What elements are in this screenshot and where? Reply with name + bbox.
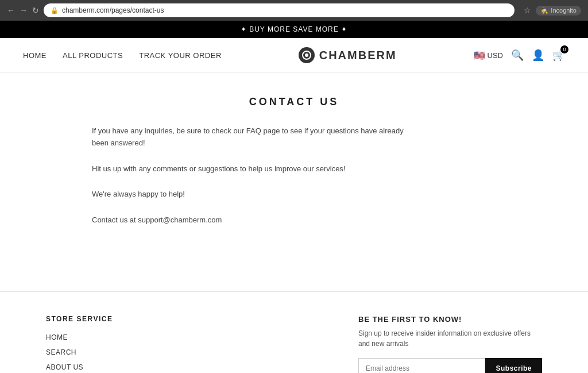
svg-point-1 bbox=[305, 53, 308, 57]
footer-link-home-anchor[interactable]: HOME bbox=[46, 333, 68, 341]
contact-paragraph-4: Contact us at support@chamberm.com bbox=[92, 214, 413, 226]
footer-newsletter: BE THE FIRST TO KNOW! Sign up to receive… bbox=[358, 315, 542, 373]
flag-icon: 🇺🇸 bbox=[474, 50, 485, 61]
newsletter-description: Sign up to receive insider information o… bbox=[358, 328, 542, 349]
cart-count: 0 bbox=[560, 45, 568, 53]
currency-label: USD bbox=[488, 51, 503, 60]
announcement-text: ✦ BUY MORE SAVE MORE ✦ bbox=[241, 25, 347, 33]
back-button[interactable]: ← bbox=[7, 6, 15, 15]
contact-paragraph-1: If you have any inquiries, be sure to ch… bbox=[92, 125, 413, 149]
footer-link-search: SEARCH bbox=[46, 347, 149, 356]
main-nav: HOME ALL PRODUCTS TRACK YOUR ORDER bbox=[23, 51, 222, 60]
footer-link-about: ABOUT US bbox=[46, 362, 149, 371]
page-title: CONTACT US bbox=[23, 96, 565, 108]
footer-link-search-anchor[interactable]: SEARCH bbox=[46, 348, 76, 356]
lock-icon: 🔒 bbox=[51, 7, 59, 14]
reload-icon: ↻ bbox=[32, 6, 39, 15]
incognito-badge: 🕵 Incognito bbox=[536, 6, 581, 16]
forward-button[interactable]: → bbox=[20, 6, 28, 15]
browser-chrome: ← → ↻ 🔒 chamberm.com/pages/contact-us ☆ … bbox=[0, 0, 588, 21]
newsletter-form: Subscribe bbox=[358, 358, 542, 373]
newsletter-title: BE THE FIRST TO KNOW! bbox=[358, 315, 542, 324]
contact-paragraph-2: Hit us up with any comments or suggestio… bbox=[92, 163, 413, 175]
footer-store-service: STORE SERVICE HOME SEARCH ABOUT US CONTA… bbox=[46, 315, 149, 373]
url-bar[interactable]: 🔒 chamberm.com/pages/contact-us bbox=[44, 3, 514, 17]
site-header: HOME ALL PRODUCTS TRACK YOUR ORDER CHAMB… bbox=[0, 38, 588, 73]
url-text: chamberm.com/pages/contact-us bbox=[62, 6, 164, 14]
footer-link-about-anchor[interactable]: ABOUT US bbox=[46, 363, 83, 371]
newsletter-subscribe-button[interactable]: Subscribe bbox=[485, 358, 542, 373]
footer-links-list: HOME SEARCH ABOUT US CONTACT US RETURN P… bbox=[46, 332, 149, 373]
account-icon[interactable]: 👤 bbox=[532, 49, 544, 61]
nav-all-products[interactable]: ALL PRODUCTS bbox=[63, 51, 123, 60]
footer-link-home: HOME bbox=[46, 332, 149, 341]
announcement-bar: ✦ BUY MORE SAVE MORE ✦ bbox=[0, 21, 588, 38]
main-content: CONTACT US If you have any inquiries, be… bbox=[0, 73, 588, 291]
logo-text: CHAMBERM bbox=[319, 49, 397, 62]
newsletter-email-input[interactable] bbox=[358, 358, 485, 373]
search-icon[interactable]: 🔍 bbox=[511, 49, 524, 61]
nav-home[interactable]: HOME bbox=[23, 51, 47, 60]
site-footer: STORE SERVICE HOME SEARCH ABOUT US CONTA… bbox=[0, 291, 588, 373]
footer-store-title: STORE SERVICE bbox=[46, 315, 149, 323]
logo-icon bbox=[299, 47, 315, 63]
currency-selector[interactable]: 🇺🇸 USD bbox=[474, 50, 503, 61]
nav-track-order[interactable]: TRACK YOUR ORDER bbox=[139, 51, 222, 60]
bookmark-icon[interactable]: ☆ bbox=[524, 6, 531, 15]
site-logo[interactable]: CHAMBERM bbox=[299, 47, 397, 63]
contact-paragraph-3: We're always happy to help! bbox=[92, 189, 413, 201]
contact-content: If you have any inquiries, be sure to ch… bbox=[92, 125, 413, 226]
cart-icon[interactable]: 🛒 0 bbox=[552, 49, 565, 61]
header-actions: 🇺🇸 USD 🔍 👤 🛒 0 bbox=[474, 49, 565, 61]
